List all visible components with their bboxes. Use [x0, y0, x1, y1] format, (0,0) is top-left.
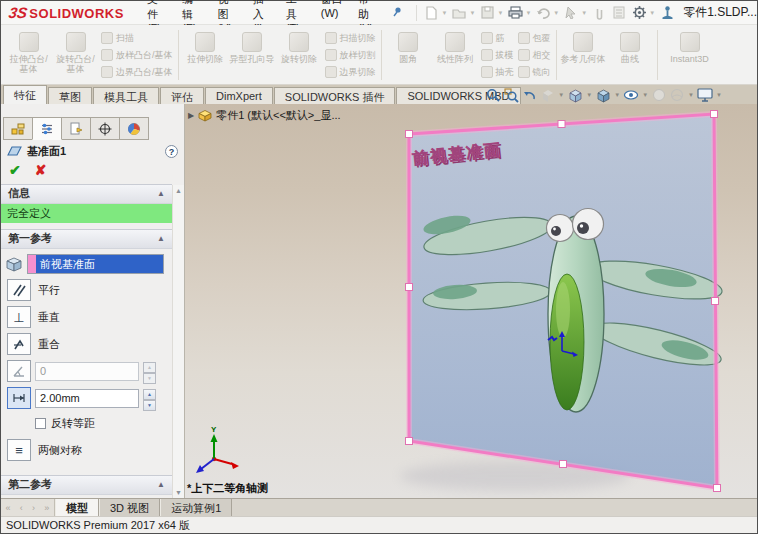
- new-document-icon[interactable]: [423, 4, 441, 22]
- tab-property-manager[interactable]: [32, 117, 62, 140]
- ribbon-button-linear-pattern[interactable]: 线性阵列: [432, 28, 479, 82]
- section-message[interactable]: 信息▲: [1, 184, 172, 204]
- selected-reference[interactable]: 前视基准面: [36, 255, 163, 273]
- ribbon-button-boundary-boss[interactable]: 边界凸台/基体: [101, 64, 173, 79]
- offset-distance-button[interactable]: [7, 387, 31, 409]
- tab-display-manager[interactable]: [119, 117, 149, 140]
- ribbon-button-label: 镜向: [533, 67, 551, 77]
- zoom-to-fit-icon[interactable]: [485, 87, 501, 103]
- open-icon[interactable]: [450, 4, 468, 22]
- hide-show-items-icon[interactable]: [623, 87, 639, 103]
- save-icon[interactable]: [478, 4, 496, 22]
- view-orientation-icon[interactable]: [567, 87, 583, 103]
- caret-icon[interactable]: ▼: [649, 10, 655, 16]
- tab-model[interactable]: 模型: [55, 499, 99, 516]
- display-style-icon[interactable]: [595, 87, 611, 103]
- apply-scene-icon: [669, 87, 685, 103]
- tab-scroll-buttons[interactable]: « ‹ › »: [1, 499, 55, 516]
- scroll-up-icon[interactable]: ▲: [175, 187, 182, 194]
- section-second-reference[interactable]: 第二参考▲: [1, 475, 172, 495]
- caret-icon[interactable]: ▼: [586, 92, 592, 98]
- ribbon-button-draft[interactable]: 拔模: [481, 47, 514, 62]
- ribbon-button-swept-boss[interactable]: 扫描: [101, 31, 173, 46]
- ribbon-button-instant3d[interactable]: Instant3D: [661, 28, 719, 82]
- first-reference-selection-box[interactable]: 前视基准面: [27, 254, 164, 274]
- cancel-button[interactable]: ✘: [35, 162, 47, 178]
- ribbon-button-mirror[interactable]: 镜向: [518, 64, 551, 79]
- ribbon-button-extruded-cut[interactable]: 拉伸切除: [182, 28, 229, 82]
- prev-tab-icon[interactable]: ‹: [20, 503, 23, 513]
- ribbon-button-lofted-boss[interactable]: 放样凸台/基体: [101, 47, 173, 62]
- caret-icon[interactable]: ▼: [525, 10, 531, 16]
- tab-configuration-manager[interactable]: [61, 117, 91, 140]
- parallel-button[interactable]: [7, 279, 31, 301]
- heads-up-view-toolbar: ▼ ▼ ▼ ▼ ▼ ▼: [485, 87, 723, 103]
- ribbon-button-revolved-boss[interactable]: 旋转凸台/基体: [52, 28, 99, 82]
- ribbon-button-wrap[interactable]: 包覆: [518, 31, 551, 46]
- offset-distance-input[interactable]: 2.00mm: [35, 389, 139, 408]
- caret-icon[interactable]: ▼: [497, 10, 503, 16]
- next-tab-icon[interactable]: ›: [32, 503, 35, 513]
- tab-3d-views[interactable]: 3D 视图: [99, 499, 160, 516]
- section-label: 第一参考: [8, 231, 52, 246]
- ok-button[interactable]: ✔: [9, 162, 21, 178]
- ribbon-button-extruded-boss[interactable]: 拉伸凸台/基体: [5, 28, 52, 82]
- tab-solidworks-addins[interactable]: SOLIDWORKS 插件: [274, 87, 396, 104]
- help-icon[interactable]: ?: [165, 145, 178, 158]
- tab-feature-manager[interactable]: [3, 117, 33, 140]
- print-icon[interactable]: [506, 4, 524, 22]
- perpendicular-button[interactable]: ⊥: [7, 306, 31, 328]
- ribbon-button-hole-wizard[interactable]: 异型孔向导: [229, 28, 276, 82]
- select-icon[interactable]: [562, 4, 580, 22]
- tab-dimxpert-manager[interactable]: [90, 117, 120, 140]
- tab-sketch[interactable]: 草图: [48, 87, 92, 104]
- caret-icon[interactable]: ▼: [688, 92, 694, 98]
- ribbon-button-shell[interactable]: 抽壳: [481, 64, 514, 79]
- undo-icon[interactable]: [534, 4, 552, 22]
- part-tree-item[interactable]: 零件1 (默认<<默认>_显...: [216, 108, 340, 123]
- ribbon-button-fillet[interactable]: 圆角: [385, 28, 432, 82]
- panel-scrollbar[interactable]: ▲ ▼: [172, 185, 184, 498]
- caret-icon[interactable]: ▼: [581, 10, 587, 16]
- tab-mold-tools[interactable]: 模具工具: [93, 87, 159, 104]
- caret-icon[interactable]: ▼: [716, 92, 722, 98]
- tab-dimxpert[interactable]: DimXpert: [205, 87, 273, 104]
- ribbon-button-lofted-cut[interactable]: 放样切割: [325, 47, 376, 62]
- flip-offset-checkbox[interactable]: [35, 418, 46, 429]
- options-gear-icon[interactable]: [630, 4, 648, 22]
- caret-icon[interactable]: ▼: [442, 10, 448, 16]
- ribbon-button-curves[interactable]: 曲线: [607, 28, 654, 82]
- view-settings-icon[interactable]: [697, 87, 713, 103]
- ribbon-button-rib[interactable]: 筋: [481, 31, 514, 46]
- coincident-button[interactable]: [7, 333, 31, 355]
- section-first-reference[interactable]: 第一参考▲: [1, 229, 172, 249]
- rebuild-icon[interactable]: [658, 4, 676, 22]
- ribbon-button-boundary-cut[interactable]: 边界切除: [325, 64, 376, 79]
- zoom-to-area-icon[interactable]: [503, 87, 519, 103]
- tab-motion-study[interactable]: 运动算例1: [160, 499, 232, 516]
- first-tab-icon[interactable]: «: [6, 503, 11, 513]
- midplane-button[interactable]: ≡: [7, 439, 31, 461]
- caret-icon[interactable]: ▼: [553, 10, 559, 16]
- feature-tree-flyout[interactable]: ▶ 零件1 (默认<<默认>_显...: [188, 108, 341, 123]
- ribbon-button-revolved-cut[interactable]: 旋转切除: [276, 28, 323, 82]
- caret-icon[interactable]: ▼: [469, 10, 475, 16]
- ribbon-button-label: 曲线: [621, 54, 639, 64]
- axis-y-label: Y: [211, 425, 217, 434]
- offset-distance-spinner[interactable]: ▲▼: [143, 389, 156, 408]
- ribbon-button-reference-geometry[interactable]: 参考几何体: [560, 28, 607, 82]
- scroll-down-icon[interactable]: ▼: [175, 489, 182, 496]
- graphics-viewport[interactable]: 前视基准面 前视基准面 Y ▶ 零件1 (默认<<默: [185, 104, 757, 498]
- tab-evaluate[interactable]: 评估: [160, 87, 204, 104]
- caret-icon[interactable]: ▼: [642, 92, 648, 98]
- pin-icon[interactable]: [391, 4, 403, 22]
- ribbon-button-swept-cut[interactable]: 扫描切除: [325, 31, 376, 46]
- caret-icon[interactable]: ▼: [614, 92, 620, 98]
- tab-features[interactable]: 特征: [3, 85, 47, 104]
- previous-view-icon[interactable]: [521, 87, 537, 103]
- reference-color-swatch: [28, 255, 36, 273]
- last-tab-icon[interactable]: »: [44, 503, 49, 513]
- expand-arrow-icon[interactable]: ▶: [188, 111, 194, 120]
- ribbon-button-intersect[interactable]: 相交: [518, 47, 551, 62]
- caret-icon[interactable]: ▼: [558, 92, 564, 98]
